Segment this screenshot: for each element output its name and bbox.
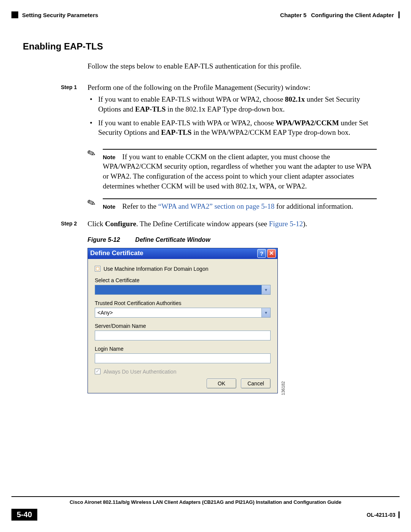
server-domain-label: Server/Domain Name [95,323,271,329]
help-button[interactable]: ? [257,249,266,258]
section-heading: Enabling EAP-TLS [23,41,400,52]
select-certificate-value [95,285,261,294]
footer-doc-id: OL-4211-03 [367,511,400,518]
dialog-button-row: OK Cancel [95,379,271,388]
header-left: Setting Security Parameters [11,11,98,18]
note-2: ✎ NoteRefer to the “WPA and WPA2” sectio… [88,198,377,211]
page: Setting Security Parameters Chapter 5 Co… [0,0,411,532]
note-1: ✎ NoteIf you want to enable CCKM on the … [88,149,377,191]
pencil-icon: ✎ [88,149,103,191]
header-bar-icon [398,11,400,18]
step-1-text: Perform one of the following on the Prof… [88,83,311,91]
machine-info-checkbox-row[interactable]: Use Machine Information For Domain Logon [95,266,271,272]
dialog-titlebar: Define Certificate ? ✕ [88,248,277,259]
chevron-down-icon[interactable]: ▾ [261,285,270,294]
chevron-down-icon[interactable]: ▾ [261,308,270,317]
note-rule [103,149,377,150]
dialog-body: Use Machine Information For Domain Logon… [88,259,277,393]
step-1-bullets: If you want to enable EAP-TLS without WP… [88,94,377,137]
trusted-root-label: Trusted Root Certification Authorities [95,300,271,306]
checkbox-icon[interactable] [95,266,100,272]
note-label: Note [103,203,115,210]
list-item: If you want to enable EAP-TLS with WPA o… [88,118,377,137]
figure-title: Define Certificate Window [135,236,210,243]
select-certificate-label: Select a Certificate [95,277,271,283]
footer-bar-icon [398,511,400,518]
login-name-label: Login Name [95,346,271,352]
figure-caption: Figure 5-12Define Certificate Window [88,236,400,243]
step-1: Step 1 Perform one of the following on t… [61,83,377,141]
figure-number: Figure 5-12 [88,236,120,243]
dialog-title: Define Certificate [90,249,143,257]
footer-rule [11,496,400,497]
figure-image: Define Certificate ? ✕ Use Machine Infor… [88,248,400,393]
always-auth-checkbox-row: Always Do User Authentication [95,369,271,375]
cancel-button[interactable]: Cancel [241,379,271,388]
login-name-input[interactable] [95,353,271,363]
step-2-body: Click Configure. The Define Certificate … [88,219,377,229]
header-chapter: Chapter 5 [280,12,306,18]
trusted-root-combo[interactable]: <Any> ▾ [95,308,271,318]
step-1-label: Step 1 [61,83,88,141]
close-button[interactable]: ✕ [267,249,276,258]
page-footer: Cisco Aironet 802.11a/b/g Wireless LAN C… [11,496,400,521]
step-1-body: Perform one of the following on the Prof… [88,83,377,141]
trusted-root-value: <Any> [95,308,261,317]
list-item: If you want to enable EAP-TLS without WP… [88,94,377,114]
pencil-icon: ✎ [88,198,103,211]
define-certificate-dialog: Define Certificate ? ✕ Use Machine Infor… [88,248,278,393]
step-2: Step 2 Click Configure. The Define Certi… [61,219,377,229]
select-certificate-combo[interactable]: ▾ [95,285,271,295]
server-domain-input[interactable] [95,331,271,340]
header-chapter-title: Configuring the Client Adapter [311,12,394,18]
running-header: Setting Security Parameters Chapter 5 Co… [11,11,400,18]
figure-ref-link[interactable]: Figure 5-12 [269,220,303,228]
note-1-text: If you want to enable CCKM on the client… [103,153,371,190]
step-2-label: Step 2 [61,219,88,229]
always-auth-label: Always Do User Authentication [104,369,176,375]
ok-button[interactable]: OK [207,379,236,388]
page-number: 5-40 [11,509,37,521]
note-rule [103,198,377,199]
header-section: Setting Security Parameters [22,12,98,18]
header-right: Chapter 5 Configuring the Client Adapter [280,11,400,18]
intro-paragraph: Follow the steps below to enable EAP-TLS… [88,61,377,71]
checkbox-icon [95,369,100,374]
image-id-label: 136182 [281,381,285,395]
note-label: Note [103,154,115,160]
header-marker-icon [11,11,18,18]
footer-guide-title: Cisco Aironet 802.11a/b/g Wireless LAN C… [11,499,400,505]
cross-ref-link[interactable]: “WPA and WPA2” section on page 5-18 [158,202,274,210]
machine-info-label: Use Machine Information For Domain Logon [104,266,208,272]
